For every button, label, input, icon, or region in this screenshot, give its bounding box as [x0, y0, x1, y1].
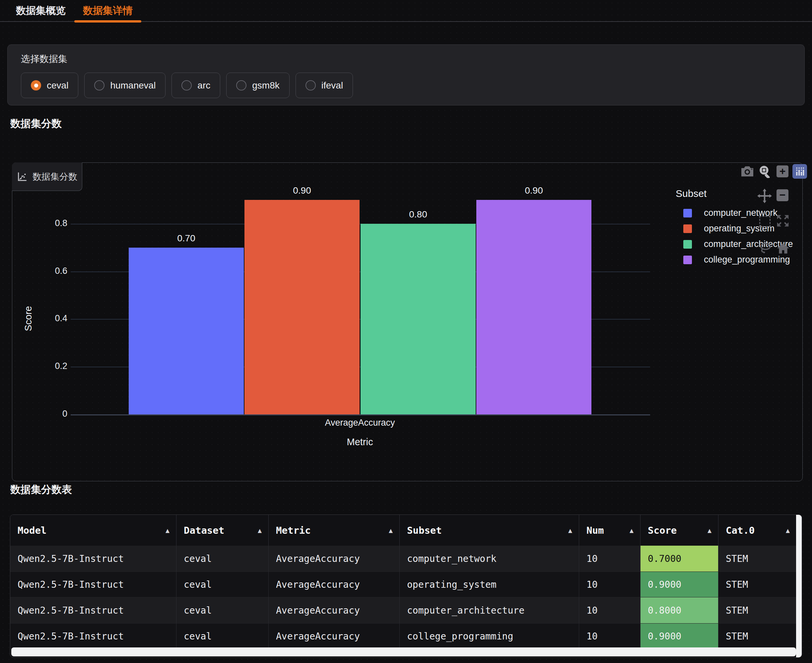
chart-panel-label-text: 数据集分数: [32, 171, 77, 183]
chart-panel: 数据集分数 Score AverageAccuracy Metric 00.20…: [12, 162, 803, 481]
x-axis-tick-label: AverageAccuracy: [293, 418, 426, 428]
legend-title: Subset: [676, 188, 793, 199]
radio-label: ifeval: [321, 80, 343, 91]
cell-subset: college_programming: [400, 624, 579, 649]
cell-cat0: STEM: [718, 597, 797, 623]
radio-circle-icon: [236, 80, 246, 91]
column-header-label: Metric: [276, 525, 311, 536]
table-body: Qwen2.5-7B-InstructcevalAverageAccuracyc…: [10, 546, 802, 649]
radio-circle-icon: [305, 80, 316, 91]
table-row: Qwen2.5-7B-InstructcevalAverageAccuracyc…: [10, 546, 802, 571]
zoom-out-icon[interactable]: −: [776, 189, 788, 201]
table-vertical-scrollbar[interactable]: [796, 515, 802, 657]
cell-num: 10: [579, 572, 640, 597]
column-header-score[interactable]: Score▲: [640, 515, 718, 546]
radio-label: ceval: [47, 80, 68, 91]
cell-model: Qwen2.5-7B-Instruct: [10, 546, 177, 571]
y-axis-tick-label: 0.6: [24, 266, 67, 276]
pan-icon[interactable]: [757, 189, 772, 205]
cell-model: Qwen2.5-7B-Instruct: [10, 572, 177, 597]
sort-arrow-icon[interactable]: ▲: [568, 526, 572, 534]
bar-computer_architecture: [361, 224, 476, 414]
cell-score: 0.7000: [640, 546, 718, 571]
column-header-label: Subset: [407, 525, 442, 536]
radio-circle-icon: [31, 80, 41, 91]
column-header-subset[interactable]: Subset▲: [400, 515, 579, 546]
camera-icon[interactable]: [740, 165, 755, 179]
tab-dataset-overview[interactable]: 数据集概览: [7, 0, 74, 21]
dataset-radio-gsm8k[interactable]: gsm8k: [226, 73, 289, 98]
legend-swatch-icon: [683, 225, 692, 233]
sort-arrow-icon[interactable]: ▲: [165, 526, 170, 534]
cell-subset: computer_architecture: [400, 597, 579, 623]
bar-college_programming: [477, 200, 592, 414]
cell-num: 10: [579, 546, 640, 571]
cell-subset: operating_system: [400, 572, 579, 597]
tab-dataset-details[interactable]: 数据集详情: [74, 0, 141, 21]
tab-bar: 数据集概览数据集详情: [0, 0, 812, 22]
column-header-label: Dataset: [184, 525, 224, 536]
column-header-label: Score: [648, 525, 677, 536]
column-header-dataset[interactable]: Dataset▲: [177, 515, 269, 546]
cell-cat0: STEM: [718, 624, 797, 649]
y-axis-tick-label: 0.8: [24, 218, 67, 228]
bar-value-label: 0.90: [245, 185, 360, 196]
legend-swatch-icon: [683, 209, 692, 217]
sort-arrow-icon[interactable]: ▲: [630, 526, 634, 534]
dataset-radio-arc[interactable]: arc: [172, 73, 220, 98]
zoom-in-icon[interactable]: +: [776, 165, 788, 177]
home-icon[interactable]: [776, 242, 790, 256]
table-row: Qwen2.5-7B-InstructcevalAverageAccuracyo…: [10, 571, 802, 597]
cell-score: 0.8000: [640, 597, 718, 623]
column-header-cat-0[interactable]: Cat.0▲: [718, 515, 797, 546]
column-header-metric[interactable]: Metric▲: [269, 515, 400, 546]
cell-dataset: ceval: [177, 624, 269, 649]
column-header-label: Cat.0: [726, 525, 755, 536]
legend-entry-computer_architecture[interactable]: computer_architecture: [674, 236, 793, 252]
radio-label: humaneval: [110, 80, 156, 91]
legend-swatch-icon: [683, 240, 692, 249]
box-select-icon[interactable]: [759, 216, 770, 227]
dataset-selector-label: 选择数据集: [21, 53, 67, 65]
bar-computer_network: [129, 247, 244, 414]
cell-cat0: STEM: [718, 572, 797, 597]
zoom-icon[interactable]: [758, 164, 772, 179]
table-horizontal-scrollbar[interactable]: [11, 647, 796, 657]
table-row: Qwen2.5-7B-InstructcevalAverageAccuracyc…: [10, 597, 802, 623]
dataset-radio-humaneval[interactable]: humaneval: [84, 73, 165, 98]
column-header-label: Model: [18, 525, 47, 536]
chart-section-heading: 数据集分数: [10, 117, 62, 131]
radio-circle-icon: [94, 80, 104, 91]
cell-cat0: STEM: [718, 546, 797, 571]
chart-panel-label: 数据集分数: [12, 162, 82, 191]
lasso-select-icon[interactable]: [759, 242, 772, 256]
cell-score: 0.9000: [640, 624, 718, 649]
cell-dataset: ceval: [177, 572, 269, 597]
sort-arrow-icon[interactable]: ▲: [389, 526, 393, 534]
column-header-num[interactable]: Num▲: [579, 515, 640, 546]
scores-table-panel: Model▲Dataset▲Metric▲Subset▲Num▲Score▲Ca…: [10, 514, 802, 658]
zero-line: [71, 414, 650, 416]
scatter-plot-icon: [16, 171, 28, 182]
cell-model: Qwen2.5-7B-Instruct: [10, 624, 177, 649]
sort-arrow-icon[interactable]: ▲: [786, 526, 790, 534]
bar-value-label: 0.70: [129, 233, 244, 244]
cell-metric: AverageAccuracy: [269, 597, 400, 623]
table-header-row: Model▲Dataset▲Metric▲Subset▲Num▲Score▲Ca…: [10, 515, 802, 546]
plotly-logo-icon[interactable]: [793, 164, 807, 179]
y-axis-tick-label: 0.4: [24, 313, 67, 323]
dataset-radio-ifeval[interactable]: ifeval: [295, 73, 353, 98]
cell-score: 0.9000: [640, 572, 718, 597]
sort-arrow-icon[interactable]: ▲: [258, 526, 262, 534]
autoscale-icon[interactable]: [775, 213, 791, 230]
cell-num: 10: [579, 624, 640, 649]
cell-dataset: ceval: [177, 546, 269, 571]
dataset-radio-ceval[interactable]: ceval: [21, 73, 78, 98]
cell-num: 10: [579, 597, 640, 623]
radio-label: arc: [197, 80, 210, 91]
bar-value-label: 0.90: [477, 185, 592, 196]
legend-entry-college_programming[interactable]: college_programming: [674, 252, 793, 267]
column-header-model[interactable]: Model▲: [10, 515, 177, 546]
column-header-label: Num: [587, 525, 604, 536]
sort-arrow-icon[interactable]: ▲: [708, 526, 712, 534]
